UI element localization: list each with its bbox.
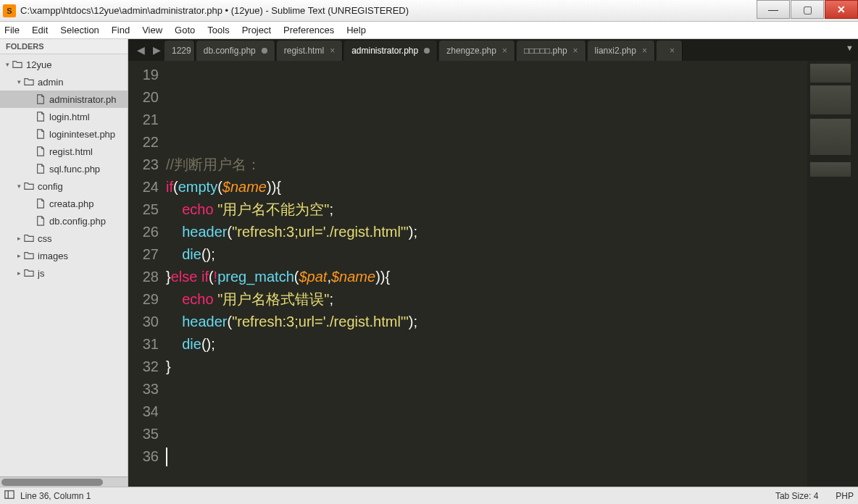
tree-label: css: [38, 233, 52, 244]
tree-item[interactable]: logininteset.php: [0, 125, 128, 143]
folder-icon: [23, 233, 35, 243]
tab-close-icon[interactable]: ×: [573, 46, 578, 56]
svg-rect-0: [5, 491, 14, 499]
folder-icon: [23, 181, 35, 191]
file-icon: [35, 112, 46, 122]
tree-label: images: [38, 251, 68, 261]
sidebar-scrollbar[interactable]: [0, 476, 128, 487]
disclosure-icon[interactable]: ▾: [14, 182, 23, 190]
tab-label: regist.html: [284, 46, 324, 56]
tree-item[interactable]: sql.func.php: [0, 160, 128, 177]
close-button[interactable]: ✕: [825, 0, 858, 19]
tab[interactable]: lianxi2.php×: [588, 41, 655, 61]
file-icon: [35, 216, 46, 226]
tab[interactable]: regist.html×: [277, 41, 343, 61]
tab[interactable]: zhengze.php×: [439, 41, 515, 61]
editor-area: ◀ ▶ 1229db.config.phpregist.html×adminis…: [128, 39, 858, 487]
tab-label: □□□□□.php: [524, 46, 567, 56]
tab-label: administrator.php: [351, 46, 418, 56]
menu-project[interactable]: Project: [242, 25, 271, 35]
tree-label: administrator.ph: [49, 94, 117, 105]
tree-item[interactable]: ▸images: [0, 247, 128, 264]
code-lines[interactable]: //判断用户名：if(empty($name)){ echo "用户名不能为空"…: [166, 61, 807, 487]
tab-bar: ◀ ▶ 1229db.config.phpregist.html×adminis…: [128, 39, 858, 61]
status-syntax[interactable]: PHP: [836, 491, 854, 501]
tree-label: admin: [38, 77, 63, 88]
tab[interactable]: db.config.php: [196, 41, 275, 61]
file-icon: [35, 146, 46, 156]
window-titlebar: S C:\xampp\htdocs\12yue\admin\administra…: [0, 0, 858, 22]
tree-label: regist.html: [49, 146, 93, 157]
status-position[interactable]: Line 36, Column 1: [20, 491, 91, 501]
tab-close-icon[interactable]: ×: [670, 46, 675, 56]
tab-close-icon[interactable]: ×: [502, 46, 507, 56]
menu-bar: FileEditSelectionFindViewGotoToolsProjec…: [0, 22, 858, 39]
menu-file[interactable]: File: [4, 25, 20, 35]
menu-tools[interactable]: Tools: [207, 25, 229, 35]
disclosure-icon[interactable]: ▸: [14, 269, 23, 277]
file-icon: [35, 198, 46, 209]
status-tabsize[interactable]: Tab Size: 4: [775, 491, 818, 501]
tab-label: lianxi2.php: [595, 46, 636, 56]
status-bar: Line 36, Column 1 Tab Size: 4 PHP: [0, 487, 858, 504]
nav-back-icon[interactable]: ◀: [137, 44, 145, 56]
file-icon: [35, 129, 46, 139]
tree-item[interactable]: ▾12yue: [0, 56, 128, 73]
tree-item[interactable]: ▸css: [0, 230, 128, 247]
disclosure-icon[interactable]: ▾: [3, 61, 12, 68]
tree-label: login.html: [49, 112, 90, 122]
tab[interactable]: 1229: [164, 41, 195, 61]
tree-item[interactable]: creata.php: [0, 195, 128, 212]
folder-icon: [23, 77, 35, 87]
file-icon: [35, 164, 46, 174]
tree-item[interactable]: login.html: [0, 108, 128, 125]
tab-label: 1229: [172, 46, 191, 56]
tree-item[interactable]: regist.html: [0, 143, 128, 160]
menu-goto[interactable]: Goto: [175, 25, 195, 35]
tree-label: creata.php: [49, 198, 93, 209]
app-icon: S: [3, 4, 16, 17]
folder-tree[interactable]: ▾12yue▾adminadministrator.phlogin.htmllo…: [0, 54, 128, 476]
tree-label: db.config.php: [49, 216, 106, 227]
tree-label: sql.func.php: [49, 164, 100, 175]
disclosure-icon[interactable]: ▸: [14, 252, 23, 259]
tab[interactable]: ×: [657, 41, 683, 61]
sidebar-header: FOLDERS: [0, 39, 128, 54]
disclosure-icon[interactable]: ▸: [14, 235, 23, 242]
sidebar: FOLDERS ▾12yue▾adminadministrator.phlogi…: [0, 39, 128, 487]
minimize-button[interactable]: —: [757, 0, 790, 19]
menu-selection[interactable]: Selection: [60, 25, 99, 35]
tree-item[interactable]: ▾config: [0, 177, 128, 195]
minimap[interactable]: [807, 61, 858, 487]
tab-nav-arrows[interactable]: ◀ ▶: [133, 39, 164, 61]
folder-icon: [12, 59, 23, 70]
menu-preferences[interactable]: Preferences: [283, 25, 334, 35]
menu-help[interactable]: Help: [346, 25, 366, 35]
tree-label: 12yue: [26, 59, 51, 70]
menu-find[interactable]: Find: [112, 25, 130, 35]
tab-label: db.config.php: [204, 46, 256, 56]
tree-item[interactable]: db.config.php: [0, 212, 128, 230]
window-title: C:\xampp\htdocs\12yue\admin\administrato…: [20, 5, 409, 16]
tree-label: logininteset.php: [49, 129, 115, 140]
menu-view[interactable]: View: [142, 25, 162, 35]
tree-label: config: [38, 181, 63, 192]
disclosure-icon[interactable]: ▾: [14, 78, 23, 85]
code-area[interactable]: 192021222324252627282930313233343536 //判…: [128, 61, 858, 487]
panel-switch-icon[interactable]: [4, 490, 14, 502]
tab-label: zhengze.php: [446, 46, 496, 56]
tree-item[interactable]: ▾admin: [0, 73, 128, 91]
tab-close-icon[interactable]: ×: [642, 46, 647, 56]
tab-overflow-icon[interactable]: ▼: [846, 43, 854, 52]
tab[interactable]: administrator.php: [344, 41, 438, 61]
main-content: FOLDERS ▾12yue▾adminadministrator.phlogi…: [0, 39, 858, 487]
nav-forward-icon[interactable]: ▶: [153, 44, 161, 56]
menu-edit[interactable]: Edit: [32, 25, 48, 35]
maximize-button[interactable]: ▢: [791, 0, 824, 19]
tree-item[interactable]: ▸js: [0, 264, 128, 282]
line-gutter: 192021222324252627282930313233343536: [128, 61, 166, 487]
tab[interactable]: □□□□□.php×: [517, 41, 586, 61]
tab-close-icon[interactable]: ×: [330, 46, 335, 56]
file-icon: [35, 94, 46, 104]
tree-item[interactable]: administrator.ph: [0, 91, 128, 108]
